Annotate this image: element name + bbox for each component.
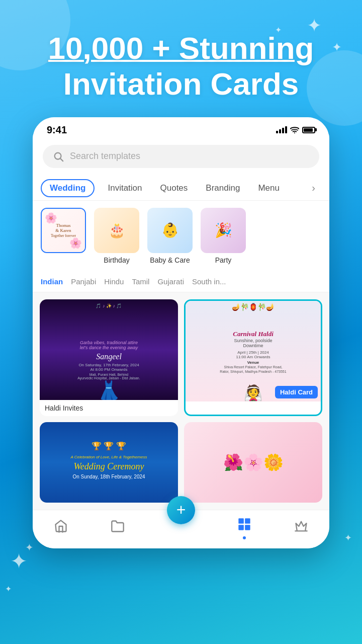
- tab-menu[interactable]: Menu: [249, 177, 289, 199]
- chip-hindu[interactable]: Hindu: [104, 277, 124, 286]
- chip-south-indian[interactable]: South in...: [192, 277, 226, 286]
- carnival-haldi-thumb: 🪔🎋🏮🎋🪔 Carnival Haldi Sunshine, poolsideD…: [186, 301, 321, 401]
- region-chips: Indian Panjabi Hindu Tamil Gujarati Sout…: [33, 271, 329, 292]
- status-icons: [276, 126, 315, 133]
- tabs-chevron-icon[interactable]: ›: [312, 182, 319, 194]
- tab-branding[interactable]: Branding: [197, 177, 249, 199]
- nav-grid[interactable]: [237, 517, 251, 539]
- card-grid: 🎵 ♪ ✨ ♪ 🎵 Garba vibes, traditional attir…: [33, 292, 329, 510]
- grid-icon: [237, 517, 251, 535]
- svg-line-2: [60, 158, 63, 161]
- tab-wedding[interactable]: Wedding: [41, 179, 95, 197]
- tabs-container: Wedding Invitation Quotes Branding Menu …: [33, 176, 329, 201]
- haldi-card-badge: Haldi Card: [275, 386, 318, 398]
- card-floral[interactable]: 🌺🌸🌼: [184, 422, 322, 503]
- nav-crown[interactable]: [294, 519, 308, 537]
- subcat-wedding-thumb: Thomas& KarenTogether forever: [41, 208, 86, 253]
- signal-icon: [276, 126, 287, 133]
- card-ceremony[interactable]: 🏆 🏆 🏆 A Celebration of Love, Life & Toge…: [40, 422, 178, 503]
- subcat-party[interactable]: 🎉 Party: [201, 208, 246, 264]
- search-container: Search templates: [33, 140, 329, 176]
- hero-title: 10,000 + Stunning Invitation Cards: [20, 30, 342, 102]
- chip-panjabi[interactable]: Panjabi: [71, 277, 96, 286]
- subcat-baby-label: Baby & Care: [150, 256, 190, 264]
- card-carnival-haldi[interactable]: 🪔🎋🏮🎋🪔 Carnival Haldi Sunshine, poolsideD…: [184, 299, 322, 416]
- card-sangeel[interactable]: 🎵 ♪ ✨ ♪ 🎵 Garba vibes, traditional attir…: [40, 299, 178, 416]
- subcat-baby-care[interactable]: 👶 Baby & Care: [147, 208, 193, 264]
- status-time: 9:41: [47, 124, 67, 136]
- chip-tamil[interactable]: Tamil: [132, 277, 149, 286]
- search-bar[interactable]: Search templates: [43, 145, 319, 168]
- search-icon: [53, 151, 64, 162]
- svg-point-0: [294, 132, 295, 133]
- bottom-nav: +: [33, 510, 329, 548]
- status-bar: 9:41: [33, 117, 329, 140]
- svg-rect-5: [239, 525, 244, 530]
- hero-section: 10,000 + Stunning Invitation Cards: [0, 0, 362, 117]
- tab-quotes[interactable]: Quotes: [151, 177, 197, 199]
- chip-gujarati[interactable]: Gujarati: [157, 277, 184, 286]
- tab-invitation[interactable]: Invitation: [99, 177, 151, 199]
- subcat-birthday-thumb: 🎂: [94, 208, 139, 253]
- battery-icon: [302, 127, 315, 133]
- svg-rect-3: [239, 518, 244, 524]
- fab-plus-icon: +: [176, 501, 186, 519]
- nav-home[interactable]: [54, 519, 68, 537]
- floral-thumb: 🌺🌸🌼: [184, 422, 322, 503]
- phone-mockup: 9:41 Search templates: [33, 117, 329, 548]
- sangeel-thumb: 🎵 ♪ ✨ ♪ 🎵 Garba vibes, traditional attir…: [40, 299, 178, 400]
- nav-folder[interactable]: [111, 519, 125, 537]
- subcat-wedding[interactable]: Thomas& KarenTogether forever: [41, 208, 86, 264]
- subcat-party-label: Party: [215, 256, 232, 264]
- svg-rect-6: [245, 525, 251, 530]
- ceremony-thumb: 🏆 🏆 🏆 A Celebration of Love, Life & Toge…: [40, 422, 178, 503]
- fab-add-button[interactable]: +: [167, 496, 195, 524]
- search-placeholder: Search templates: [70, 151, 140, 162]
- home-icon: [54, 519, 68, 537]
- chip-indian[interactable]: Indian: [41, 277, 63, 286]
- subcat-birthday[interactable]: 🎂 Birthday: [94, 208, 139, 264]
- subcategory-scroll: Thomas& KarenTogether forever 🎂 Birthday…: [33, 201, 329, 271]
- subcat-birthday-label: Birthday: [104, 256, 129, 264]
- wifi-icon: [290, 126, 299, 133]
- sangeel-label: Haldi Invites: [40, 400, 178, 416]
- svg-rect-4: [245, 518, 251, 524]
- subcat-party-thumb: 🎉: [201, 208, 246, 253]
- subcat-baby-thumb: 👶: [147, 208, 193, 253]
- nav-active-dot: [243, 536, 246, 539]
- crown-icon: [294, 519, 308, 537]
- folder-icon: [111, 519, 125, 537]
